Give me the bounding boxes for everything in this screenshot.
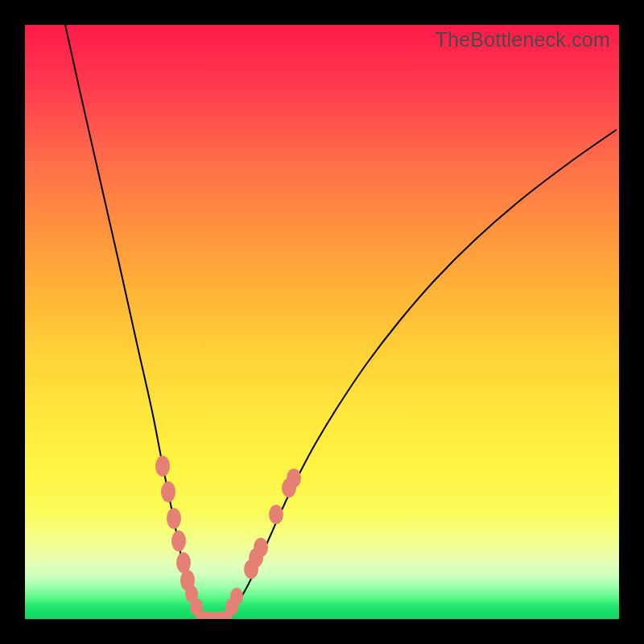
right-curve — [213, 130, 617, 619]
outer-frame: TheBottleneck.com — [0, 0, 644, 644]
watermark-text: TheBottleneck.com — [436, 28, 610, 52]
bead-right — [287, 469, 301, 488]
chart-svg — [25, 25, 619, 619]
bead-right — [269, 505, 283, 524]
bead-left — [161, 481, 175, 502]
bead-right — [254, 538, 268, 557]
bead-right — [230, 588, 243, 605]
bead-left — [167, 508, 181, 529]
bead-left — [155, 456, 170, 477]
plot-area: TheBottleneck.com — [25, 25, 619, 619]
bead-left — [171, 530, 186, 551]
left-curve — [65, 25, 213, 619]
curve-beads — [155, 456, 301, 619]
bead-left — [176, 552, 191, 573]
